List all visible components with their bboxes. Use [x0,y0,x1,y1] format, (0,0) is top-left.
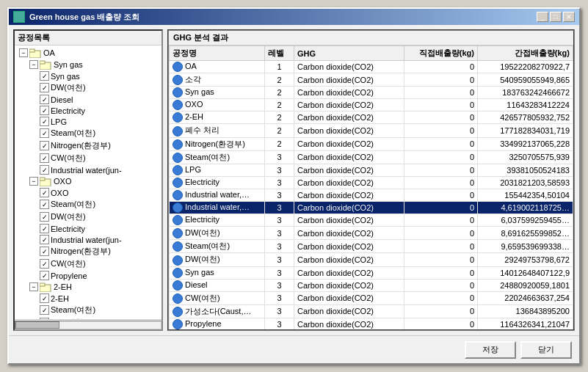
table-row[interactable]: CW(여천)3Carbon dioxide(CO2)022024663637,2… [170,291,573,304]
tree-item-dw1[interactable]: ✓ DW(여천) [16,81,160,94]
minimize-button[interactable]: _ [537,12,548,22]
table-row[interactable]: Steam(여천)3Carbon dioxide(CO2)03250705575… [170,150,573,164]
table-row[interactable]: LPG3Carbon dioxide(CO2)039381050524183 [170,164,573,176]
table-row[interactable]: OXO2Carbon dioxide(CO2)011643283412224 [170,99,573,112]
cell-ghg: Carbon dioxide(CO2) [294,124,404,137]
cell-direct: 0 [404,87,478,99]
tree-container[interactable]: − OA − Syn gas [15,45,161,319]
table-row[interactable]: 가성소다(Caust,…3Carbon dioxide(CO2)01368438… [170,304,573,318]
cb-steam3[interactable]: ✓ [40,305,49,315]
table-row[interactable]: Nitrogen(환경부)2Carbon dioxide(CO2)0334992… [170,137,573,150]
table-row[interactable]: Industrial water,…3Carbon dioxide(CO2)01… [170,189,573,201]
col-header-ghg[interactable]: GHG [294,46,404,61]
cb-syngas[interactable]: ✓ [40,71,49,81]
cell-ghg: Carbon dioxide(CO2) [294,87,404,99]
table-row[interactable]: Diesel3Carbon dioxide(CO2)024880920059,1… [170,279,573,291]
table-container[interactable]: 공정명 레벨 GHG 직접배출량(kg) 간접배출량(kg) OA1Carbon… [169,45,573,329]
cell-direct: 0 [404,150,478,164]
cell-ghg: Carbon dioxide(CO2) [294,291,404,304]
tree-item-indwater1[interactable]: ✓ Industrial water(jun- [16,164,160,175]
cb-dw2[interactable]: ✓ [40,212,49,222]
cell-direct: 0 [404,227,478,240]
col-header-direct[interactable]: 직접배출량(kg) [404,46,478,61]
tree-item-dw2[interactable]: ✓ DW(여천) [16,211,160,223]
tree-item-steam2[interactable]: ✓ Steam(여천) [16,198,160,211]
cell-indirect: 136843895200 [478,304,573,318]
table-row[interactable]: DW(여천)3Carbon dioxide(CO2)029249753798,6… [170,253,573,266]
cb-propylene[interactable]: ✓ [40,271,49,280]
table-row[interactable]: 폐수 처리2Carbon dioxide(CO2)0177182834031,7… [170,124,573,137]
cell-level: 3 [265,227,294,240]
tree-item-propylene[interactable]: ✓ Propylene [16,270,160,281]
tree-item-OA[interactable]: − OA [16,47,160,59]
cb-indwater1[interactable]: ✓ [40,165,49,175]
cell-level: 3 [265,240,294,253]
cell-level: 3 [265,189,294,201]
save-button[interactable]: 저장 [465,341,516,359]
tree-item-nitrogen1[interactable]: ✓ Nitrogen(환경부) [16,139,160,152]
expand-OA[interactable]: − [19,48,28,57]
cell-direct: 0 [404,124,478,137]
cb-2eh[interactable]: ✓ [40,293,49,303]
cell-indirect: 22024663637,254 [478,291,573,304]
tree-item-cw2[interactable]: ✓ CW(여천) [16,258,160,270]
table-row[interactable]: DW(여천)3Carbon dioxide(CO2)08,69162559985… [170,227,573,240]
cb-dw1[interactable]: ✓ [40,83,49,92]
table-row[interactable]: Steam(여천)3Carbon dioxide(CO2)09,65953969… [170,240,573,253]
tree-item-lpg[interactable]: ✓ LPG [16,116,160,127]
maximize-button[interactable]: □ [550,12,562,22]
tree-item-oxo-folder[interactable]: − OXO [16,175,160,187]
cb-cw2[interactable]: ✓ [40,259,49,269]
tree-item-oxo[interactable]: ✓ OXO [16,187,160,198]
cb-steam2[interactable]: ✓ [40,200,49,209]
tree-item-diesel[interactable]: ✓ Diesel [16,94,160,105]
cell-indirect: 2031821203,58593 [478,176,573,189]
cb-steam1[interactable]: ✓ [40,128,49,138]
cb-electricity1[interactable]: ✓ [40,106,49,115]
table-row[interactable]: 소각2Carbon dioxide(CO2)0540959055949,865 [170,73,573,87]
cb-diesel[interactable]: ✓ [40,95,49,104]
cell-indirect: 8,691625599852… [478,227,573,240]
close-button-bottom[interactable]: 닫기 [520,341,572,359]
tree-item-2eh[interactable]: ✓ 2-EH [16,293,160,304]
table-row[interactable]: OA1Carbon dioxide(CO2)019522208270922,7 [170,61,573,73]
cell-level: 3 [265,202,294,214]
cb-lpg[interactable]: ✓ [40,117,49,126]
table-row[interactable]: 2-EH2Carbon dioxide(CO2)0426577805932,75… [170,112,573,124]
tree-item-steam1[interactable]: ✓ Steam(여천) [16,127,160,139]
tree-item-electricity2[interactable]: ✓ Electricity [16,223,160,234]
col-header-level[interactable]: 레벨 [265,46,294,61]
table-row[interactable]: Industrial water,…3Carbon dioxide(CO2)04… [170,202,573,214]
tree-item-steam3[interactable]: ✓ Steam(여천) [16,304,160,316]
cell-ghg: Carbon dioxide(CO2) [294,73,404,87]
tree-item-syngas[interactable]: ✓ Syn gas [16,70,160,81]
tree-item-syngas-folder[interactable]: − Syn gas [16,59,160,70]
cb-cw1[interactable]: ✓ [40,153,49,163]
expand-syngas[interactable]: − [29,60,38,69]
cb-indwater2[interactable]: ✓ [40,235,49,244]
col-header-indirect[interactable]: 간접배출량(kg) [478,46,573,61]
cell-direct: 0 [404,291,478,304]
close-button[interactable]: ✕ [563,12,575,22]
cb-oxo[interactable]: ✓ [40,188,49,197]
cell-indirect: 29249753798,672 [478,253,573,266]
table-row[interactable]: Syn gas3Carbon dioxide(CO2)0140126484071… [170,266,573,279]
expand-2eh[interactable]: − [29,282,38,291]
tree-item-electricity1[interactable]: ✓ Electricity [16,105,160,116]
svg-rect-7 [40,283,45,286]
expand-oxo[interactable]: − [29,177,38,186]
cell-process: DW(여천) [170,227,265,240]
table-row[interactable]: Syn gas2Carbon dioxide(CO2)0183763242466… [170,87,573,99]
col-header-process[interactable]: 공정명 [170,46,265,61]
tree-item-cw1[interactable]: ✓ CW(여천) [16,152,160,164]
cell-indirect: 19522208270922,7 [478,61,573,73]
cb-nitrogen1[interactable]: ✓ [40,141,49,150]
cb-nitrogen2[interactable]: ✓ [40,247,49,256]
table-row[interactable]: Electricity3Carbon dioxide(CO2)020318212… [170,176,573,189]
cb-electricity2[interactable]: ✓ [40,224,49,233]
table-row[interactable]: Electricity3Carbon dioxide(CO2)06,037599… [170,214,573,227]
table-row[interactable]: Propylene3Carbon dioxide(CO2)01164326341… [170,318,573,329]
tree-item-2eh-folder[interactable]: − 2-EH [16,281,160,293]
tree-item-indwater2[interactable]: ✓ Industrial water(jun- [16,234,160,245]
tree-item-nitrogen2[interactable]: ✓ Nitrogen(환경부) [16,245,160,258]
